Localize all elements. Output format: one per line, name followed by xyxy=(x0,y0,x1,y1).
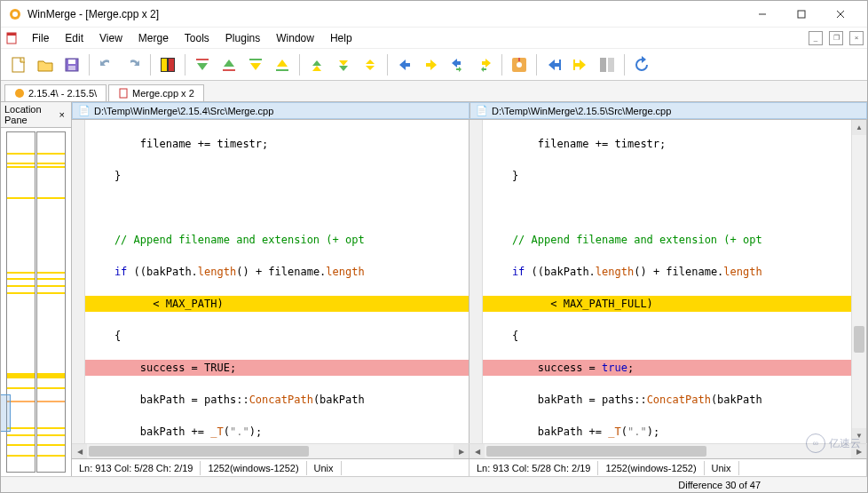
right-code[interactable]: filename += timestr; } // Append filenam… xyxy=(483,120,851,443)
copy-left-advance-button[interactable] xyxy=(472,52,497,77)
viewport-indicator[interactable] xyxy=(0,394,11,432)
tab-file-compare[interactable]: Merge.cpp x 2 xyxy=(108,84,204,101)
save-button[interactable] xyxy=(59,52,84,77)
svg-rect-25 xyxy=(608,58,614,72)
diff-pane-button[interactable] xyxy=(155,52,180,77)
menu-window[interactable]: Window xyxy=(270,29,320,47)
scroll-left-icon[interactable]: ◀ xyxy=(72,444,87,458)
undo-button[interactable] xyxy=(94,52,119,77)
svg-rect-21 xyxy=(518,58,520,61)
refresh-button[interactable] xyxy=(629,52,654,77)
status-eol: Unix xyxy=(307,461,342,475)
code-line: // Append filename and extension (+ opt xyxy=(483,232,851,248)
code-line: filename += timestr; xyxy=(85,136,469,152)
all-right-button[interactable] xyxy=(541,52,566,77)
code-line xyxy=(483,200,851,216)
file-header-row: 📄D:\Temp\WinMerge\2.15.4\Src\Merge.cpp 📄… xyxy=(72,102,867,120)
svg-rect-13 xyxy=(162,59,167,71)
new-button[interactable] xyxy=(6,52,31,77)
mdi-minimize[interactable]: _ xyxy=(809,31,823,45)
svg-point-26 xyxy=(15,89,24,98)
menu-tools[interactable]: Tools xyxy=(178,29,216,47)
copy-left-button[interactable] xyxy=(419,52,444,77)
code-line xyxy=(85,200,469,216)
svg-rect-23 xyxy=(573,60,575,70)
location-pane-title: Location Pane xyxy=(4,104,57,125)
prev-diff-right-button[interactable] xyxy=(270,52,295,77)
doc-icon xyxy=(4,31,19,45)
toolbar xyxy=(1,49,867,81)
svg-rect-7 xyxy=(7,33,16,36)
horizontal-scrollbars: ◀▶ ◀▶ xyxy=(72,443,867,458)
svg-point-1 xyxy=(12,12,18,17)
location-pane: Location Pane × xyxy=(1,102,72,476)
svg-rect-15 xyxy=(196,59,209,60)
hscroll-left[interactable] xyxy=(87,444,454,458)
code-line: { xyxy=(483,328,851,344)
svg-rect-27 xyxy=(120,89,127,98)
location-pane-close[interactable]: × xyxy=(57,109,67,120)
left-file-header[interactable]: 📄D:\Temp\WinMerge\2.15.4\Src\Merge.cpp xyxy=(72,102,470,119)
close-button[interactable] xyxy=(821,2,860,27)
hscroll-right[interactable] xyxy=(485,444,851,458)
diff-counter: Difference 30 of 47 xyxy=(678,480,761,490)
left-code[interactable]: filename += timestr; } // Append filenam… xyxy=(85,120,469,443)
copy-right-advance-button[interactable] xyxy=(446,52,470,77)
last-diff-button[interactable] xyxy=(331,52,356,77)
code-line: } xyxy=(483,168,851,184)
open-button[interactable] xyxy=(33,52,58,77)
maximize-button[interactable] xyxy=(782,2,821,27)
mdi-close[interactable]: × xyxy=(849,31,864,45)
file-diff-icon xyxy=(118,88,129,99)
tab-label: 2.15.4\ - 2.15.5\ xyxy=(28,88,97,99)
scroll-down-icon[interactable]: ▼ xyxy=(852,428,866,443)
status-bar: Ln: 913 Col: 5/28 Ch: 2/19 1252(windows-… xyxy=(72,458,867,476)
svg-rect-14 xyxy=(169,59,174,71)
copy-right-button[interactable] xyxy=(392,52,417,77)
code-line-diff: success = TRUE; xyxy=(85,360,469,376)
location-strip[interactable] xyxy=(1,128,71,476)
code-line: bakPath = paths::ConcatPath(bakPath xyxy=(483,392,851,408)
scroll-right-icon[interactable]: ▶ xyxy=(454,444,469,458)
all-left-button[interactable] xyxy=(568,52,593,77)
right-gutter xyxy=(470,120,483,443)
code-line: if ((bakPath.length() + filename.length xyxy=(85,264,469,280)
current-diff-button[interactable] xyxy=(358,52,383,77)
code-line-diff: < MAX_PATH_FULL) xyxy=(483,296,851,312)
scroll-up-icon[interactable]: ▲ xyxy=(852,120,866,135)
tab-label: Merge.cpp x 2 xyxy=(132,88,194,99)
left-gutter xyxy=(72,120,85,443)
svg-rect-10 xyxy=(68,60,75,64)
svg-rect-3 xyxy=(798,11,805,18)
next-diff-button[interactable] xyxy=(190,52,215,77)
code-line: { xyxy=(85,328,469,344)
status-encoding: 1252(windows-1252) xyxy=(598,461,704,475)
code-line: // Append filename and extension (+ opt xyxy=(85,232,469,248)
next-diff-right-button[interactable] xyxy=(243,52,268,77)
prev-diff-button[interactable] xyxy=(217,52,241,77)
menu-file[interactable]: File xyxy=(26,29,55,47)
scroll-left-icon[interactable]: ◀ xyxy=(470,444,485,458)
redo-button[interactable] xyxy=(121,52,146,77)
first-diff-button[interactable] xyxy=(304,52,329,77)
right-file-header[interactable]: 📄D:\Temp\WinMerge\2.15.5\Src\Merge.cpp xyxy=(470,102,867,119)
auto-merge-button[interactable] xyxy=(595,52,619,77)
menu-help[interactable]: Help xyxy=(324,29,359,47)
menu-edit[interactable]: Edit xyxy=(59,29,90,47)
document-tabs: 2.15.4\ - 2.15.5\ Merge.cpp x 2 xyxy=(1,81,867,102)
folder-diff-icon xyxy=(14,88,25,99)
svg-rect-11 xyxy=(68,66,75,70)
menu-merge[interactable]: Merge xyxy=(132,29,175,47)
status-encoding: 1252(windows-1252) xyxy=(201,461,306,475)
options-button[interactable] xyxy=(507,52,532,77)
menu-view[interactable]: View xyxy=(93,29,129,47)
vertical-scrollbar[interactable]: ▲ ▼ xyxy=(851,120,866,443)
tab-folder-compare[interactable]: 2.15.4\ - 2.15.5\ xyxy=(4,84,107,101)
menu-plugins[interactable]: Plugins xyxy=(219,29,266,47)
minimize-button[interactable] xyxy=(743,2,782,27)
scroll-right-icon[interactable]: ▶ xyxy=(851,444,866,458)
mdi-restore[interactable]: ❐ xyxy=(829,31,843,45)
status-eol: Unix xyxy=(705,461,739,475)
code-line: bakPath = paths::ConcatPath(bakPath xyxy=(85,392,469,408)
code-line-diff: success = true; xyxy=(483,360,851,376)
